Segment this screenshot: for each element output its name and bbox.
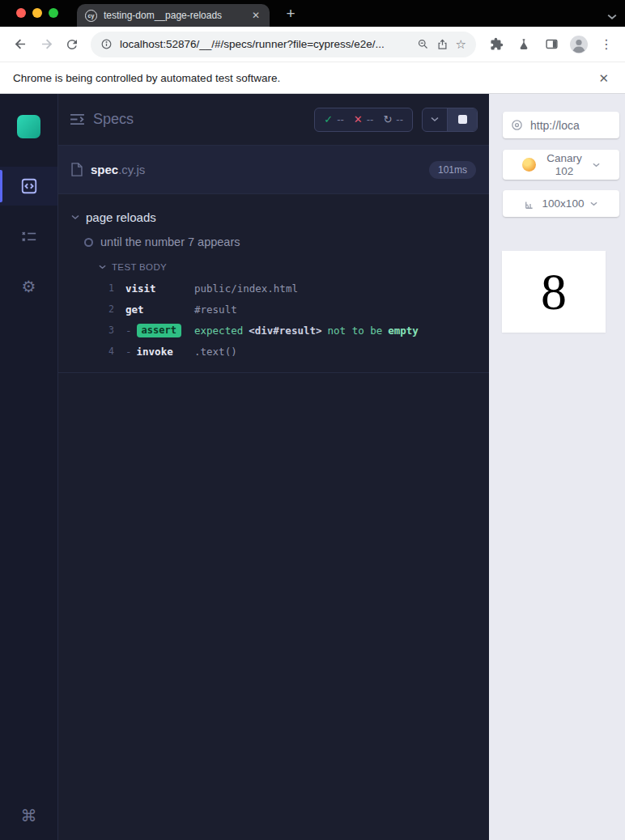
- cypress-app: ⚙ ⌘ Specs ✓ -- ✕ --: [0, 94, 625, 840]
- tab-strip: cy testing-dom__page-reloads ✕ +: [0, 0, 625, 27]
- child-command-dash: -: [125, 325, 132, 337]
- assert-message-subject: <div#result>: [249, 325, 321, 337]
- test-body-label: TEST BODY: [112, 262, 167, 272]
- sidebar-item-settings[interactable]: ⚙: [0, 267, 57, 306]
- sidebar-item-specs[interactable]: [0, 167, 57, 206]
- command-args: .text(): [194, 346, 237, 358]
- sidebar-item-runs[interactable]: [0, 217, 57, 256]
- gear-icon: ⚙: [22, 278, 36, 295]
- close-window-button[interactable]: [16, 8, 26, 18]
- viewport-select[interactable]: 100x100: [503, 190, 619, 217]
- command-name: invoke: [137, 346, 173, 358]
- command-args: #result: [194, 303, 237, 316]
- share-icon[interactable]: [436, 38, 449, 50]
- test-state-icon: [84, 238, 93, 247]
- run-options-chevron-icon[interactable]: [423, 108, 447, 131]
- forward-button[interactable]: [34, 32, 58, 57]
- back-button[interactable]: [8, 32, 32, 57]
- result-number: 8: [541, 266, 567, 318]
- viewport-icon: [525, 198, 536, 210]
- command-number: 1: [58, 282, 114, 294]
- assert-message-middle: not to be: [328, 325, 383, 337]
- spec-name: spec: [91, 163, 118, 176]
- command-row-assert[interactable]: 3 - assert expected<div#result>not to be…: [58, 320, 489, 341]
- spec-duration-badge: 101ms: [429, 161, 476, 179]
- suite-row[interactable]: page reloads: [58, 204, 489, 231]
- stat-failed: ✕ --: [354, 113, 374, 125]
- command-name: get: [125, 303, 194, 316]
- site-info-icon[interactable]: [100, 38, 113, 50]
- side-panel-icon[interactable]: [541, 34, 562, 55]
- bookmark-star-icon[interactable]: ☆: [456, 38, 466, 50]
- canary-browser-icon: [522, 158, 536, 172]
- checklist-icon: [21, 230, 37, 244]
- failed-x-icon: ✕: [354, 113, 363, 125]
- address-bar[interactable]: localhost:52876/__/#/specs/runner?file=c…: [91, 32, 476, 57]
- assert-badge: assert: [137, 324, 181, 337]
- test-row[interactable]: until the number 7 appears: [58, 231, 489, 253]
- cypress-favicon-icon: cy: [85, 10, 97, 22]
- url-text[interactable]: localhost:52876/__/#/specs/runner?file=c…: [120, 38, 410, 50]
- chevron-down-icon: [593, 163, 600, 168]
- browser-tab[interactable]: cy testing-dom__page-reloads ✕: [77, 4, 270, 27]
- stat-passed: ✓ --: [324, 113, 344, 125]
- run-stats: ✓ -- ✕ -- ↻ --: [314, 108, 413, 132]
- fullscreen-window-button[interactable]: [49, 8, 58, 18]
- aut-url-bar[interactable]: http://loca: [503, 112, 619, 138]
- automation-infobar: Chrome is being controlled by automated …: [0, 63, 625, 94]
- command-log-divider: [58, 372, 489, 373]
- pending-count: --: [396, 113, 403, 125]
- minimize-window-button[interactable]: [32, 8, 42, 18]
- command-args: public/index.html: [194, 282, 298, 295]
- spec-header-row[interactable]: spec.cy.js 101ms: [58, 146, 489, 194]
- canary-flask-icon[interactable]: [513, 34, 534, 55]
- screen: cy testing-dom__page-reloads ✕ + localho…: [0, 0, 625, 840]
- browser-select[interactable]: Canary 102: [503, 150, 619, 180]
- command-log: page reloads until the number 7 appears …: [58, 194, 489, 840]
- chevron-down-icon: [590, 202, 597, 206]
- suite-title: page reloads: [86, 210, 156, 224]
- stat-pending: ↻ --: [383, 113, 403, 125]
- zoom-icon[interactable]: [417, 38, 429, 50]
- aut-panel: http://loca Canary 102 100x100 8: [489, 94, 625, 840]
- new-tab-button[interactable]: +: [280, 3, 301, 24]
- back-arrow-icon: [13, 36, 28, 52]
- cypress-sidebar: ⚙ ⌘: [0, 94, 58, 840]
- assert-message-emphasis: empty: [388, 325, 419, 337]
- command-row[interactable]: 4 - invoke .text(): [58, 341, 489, 362]
- test-title: until the number 7 appears: [100, 235, 240, 248]
- keyboard-shortcuts-icon[interactable]: ⌘: [0, 806, 57, 825]
- command-row[interactable]: 2 get #result: [58, 299, 489, 320]
- spec-file-icon: [71, 163, 83, 176]
- pending-refresh-icon: ↻: [383, 113, 392, 125]
- tab-search-chevron-icon[interactable]: [607, 9, 617, 23]
- tab-title: testing-dom__page-reloads: [104, 10, 244, 21]
- collapse-specs-list-icon[interactable]: [70, 113, 85, 125]
- extensions-puzzle-icon[interactable]: [486, 34, 507, 55]
- chevron-down-icon: [71, 214, 79, 220]
- reload-icon: [65, 37, 79, 52]
- cypress-logo[interactable]: [17, 115, 40, 138]
- profile-avatar[interactable]: [568, 34, 589, 55]
- test-body-section[interactable]: TEST BODY: [58, 253, 489, 278]
- app-under-test-frame[interactable]: 8: [502, 251, 606, 333]
- reload-button[interactable]: [60, 32, 84, 57]
- browser-toolbar: localhost:52876/__/#/specs/runner?file=c…: [0, 27, 625, 62]
- reporter-title: Specs: [93, 111, 134, 128]
- browser-menu-icon[interactable]: ⋮: [596, 34, 617, 55]
- reporter-panel: Specs ✓ -- ✕ -- ↻ --: [58, 94, 489, 840]
- forward-arrow-icon: [39, 36, 54, 52]
- assert-message-expected: expected: [194, 325, 243, 337]
- tab-close-icon[interactable]: ✕: [250, 9, 261, 22]
- command-row[interactable]: 1 visit public/index.html: [58, 278, 489, 299]
- aut-url-text: http://loca: [530, 119, 580, 132]
- infobar-close-icon[interactable]: ✕: [595, 69, 612, 87]
- browser-select-value: Canary 102: [542, 152, 587, 178]
- stop-run-button[interactable]: [448, 108, 477, 131]
- toolbar-extensions: ⋮: [483, 34, 617, 55]
- selector-playground-icon[interactable]: [511, 119, 523, 131]
- passed-check-icon: ✓: [324, 113, 333, 125]
- command-name: visit: [125, 282, 194, 295]
- run-controls: [422, 108, 478, 132]
- window-controls: [16, 8, 58, 18]
